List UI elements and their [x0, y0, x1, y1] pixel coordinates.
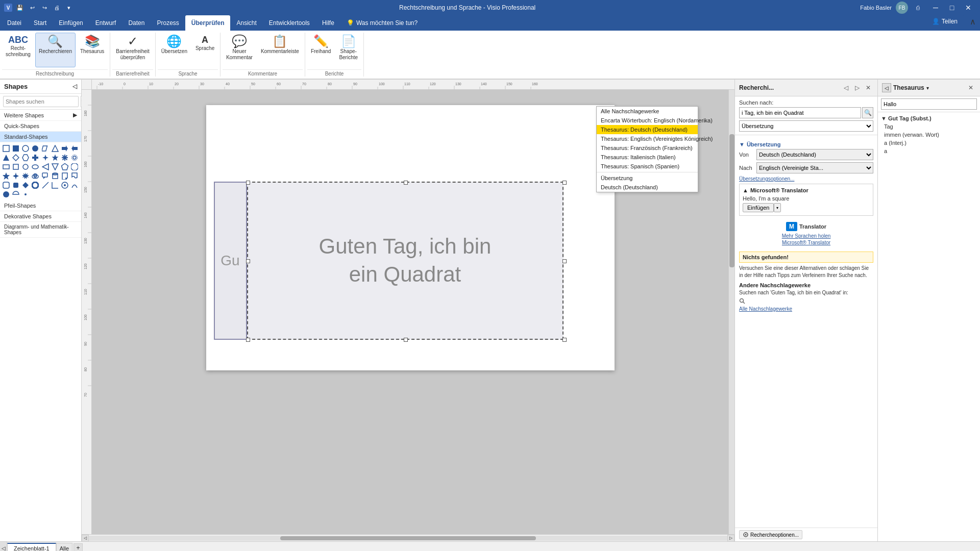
research-translation-header[interactable]: ▼ Übersetzung — [739, 141, 873, 147]
shape-berichte-button[interactable]: 📄 Shape-Berichte — [335, 33, 361, 67]
shape-callout[interactable] — [41, 172, 50, 180]
thesaurus-item-immen[interactable]: immen (verwan. Wort) — [881, 131, 977, 139]
shape-arrow-left[interactable] — [70, 144, 79, 153]
close-button[interactable]: ✕ — [961, 2, 976, 13]
shape-triangle-down[interactable] — [51, 163, 59, 171]
kommentarleiste-button[interactable]: 📋 Kommentarleiste — [257, 33, 303, 67]
barrierefreiheit-button[interactable]: ✓ Barrierefreiheitüberprüfen — [112, 33, 153, 67]
shape-cylinder[interactable] — [51, 172, 59, 180]
shape-small-circle[interactable] — [21, 190, 30, 198]
selection-handle-tc[interactable] — [404, 181, 408, 185]
shape-triangle-left[interactable] — [41, 163, 50, 171]
shape-angle[interactable] — [51, 181, 59, 189]
tab-search[interactable]: 💡 Was möchten Sie tun? — [340, 15, 424, 31]
thesaurus-search-input[interactable] — [881, 98, 977, 110]
shape-asterisk[interactable] — [61, 154, 69, 162]
ms-translator-link[interactable]: Microsoft® Translator — [782, 240, 830, 245]
thesaurus-button[interactable]: 📚 Thesaurus — [77, 33, 108, 67]
uebersetzen-button[interactable]: 🌐 Übersetzen — [158, 33, 191, 67]
dropdown-item-thesaurus-de[interactable]: Thesaurus: Deutsch (Deutschland) — [597, 125, 698, 134]
tab-entwurf[interactable]: Entwurf — [89, 15, 122, 31]
shape-octagon[interactable] — [70, 163, 79, 171]
selection-handle-ml[interactable] — [246, 259, 250, 263]
maximize-button[interactable]: □ — [944, 2, 960, 13]
save-button[interactable]: 💾 — [14, 2, 26, 13]
shapes-category-diagramm[interactable]: Diagramm- und Mathematik-Shapes — [0, 222, 81, 238]
signin-button[interactable]: ⎙ — [912, 4, 924, 12]
shape-semicircle[interactable] — [12, 190, 20, 198]
tab-ueberprufen[interactable]: Überprüfen — [185, 15, 231, 31]
collapse-shapes-button[interactable]: ◁ — [72, 83, 77, 90]
freihand-button[interactable]: ✏️ Freihand — [307, 33, 334, 67]
shapes-category-pfeil[interactable]: Pfeil-Shapes — [0, 201, 81, 211]
shape-diamond-filled[interactable] — [21, 181, 30, 189]
vertical-scrollbar-thumb[interactable] — [729, 134, 734, 267]
shape-cloud[interactable] — [31, 172, 39, 180]
selection-handle-tl[interactable] — [246, 181, 250, 185]
selection-handle-mr[interactable] — [562, 259, 567, 263]
translation-nach-select[interactable]: Englisch (Vereinigte Sta... — [756, 162, 873, 173]
minimize-button[interactable]: ─ — [928, 2, 943, 13]
shape-circle-dot[interactable] — [61, 181, 69, 189]
research-back-button[interactable]: ◁ — [841, 83, 851, 93]
recherchieren-button[interactable]: 🔍 Recherchieren — [35, 33, 76, 67]
dropdown-item-alle[interactable]: Alle Nachschlagewerke — [597, 107, 698, 116]
dropdown-item-thesaurus-it[interactable]: Thesaurus: Italienisch (Italien) — [597, 153, 698, 162]
shape-pentagon[interactable] — [61, 163, 69, 171]
uebersetzungsoptionen-link[interactable]: Übersetzungsoptionen... — [739, 176, 873, 182]
redo-button[interactable]: ↪ — [39, 2, 50, 13]
thesaurus-close-button[interactable]: ✕ — [966, 83, 976, 93]
dropdown-item-thesaurus-en-uk[interactable]: Thesaurus: Englisch (Vereinigtes Königre… — [597, 134, 698, 143]
dropdown-item-encarta[interactable]: Encarta Wörterbuch: Englisch (Nordamerik… — [597, 116, 698, 125]
shape-circle-outline[interactable] — [21, 144, 30, 153]
vertical-scrollbar[interactable] — [728, 90, 734, 534]
tab-daten[interactable]: Daten — [122, 15, 151, 31]
neuer-kommentar-button[interactable]: 💬 NeuerKommentar — [223, 33, 256, 67]
shape-ellipse[interactable] — [31, 163, 39, 171]
shapes-category-quick[interactable]: Quick-Shapes — [0, 121, 81, 132]
research-search-input[interactable] — [739, 107, 861, 118]
tab-datei[interactable]: Datei — [1, 15, 28, 31]
shape-square-filled[interactable] — [12, 144, 20, 153]
print-button[interactable]: 🖨 — [51, 2, 62, 13]
shape-square-small[interactable] — [12, 163, 20, 171]
shape-big-circle[interactable] — [2, 190, 10, 198]
dropdown-item-thesaurus-fr[interactable]: Thesaurus: Französisch (Frankreich) — [597, 143, 698, 153]
shape-square-rounded[interactable] — [2, 181, 10, 189]
sprache-button[interactable]: A Sprache — [192, 33, 218, 67]
selection-handle-bc[interactable] — [404, 338, 408, 342]
shape-line[interactable] — [41, 181, 50, 189]
research-search-button[interactable]: 🔍 — [862, 107, 873, 118]
selection-handle-bl[interactable] — [246, 338, 250, 342]
shapes-search-input[interactable] — [3, 96, 79, 107]
tab-einfuegen[interactable]: Einfügen — [53, 15, 89, 31]
dropdown-item-deutsch[interactable]: Deutsch (Deutschland) — [597, 183, 698, 192]
shape-triangle-filled[interactable] — [2, 154, 10, 162]
qa-dropdown[interactable]: ▾ — [63, 2, 75, 13]
tab-ansicht[interactable]: Ansicht — [230, 15, 262, 31]
thesaurus-item-a[interactable]: a — [881, 147, 977, 155]
selection-handle-tr[interactable] — [562, 181, 567, 185]
rechercheoptionen-button[interactable]: Rechercheoptionen... — [739, 530, 802, 539]
tab-entwicklertools[interactable]: Entwicklertools — [263, 15, 316, 31]
shape-square-outline[interactable] — [2, 144, 10, 153]
page-tab-1[interactable]: Zeichenblatt-1 — [7, 543, 56, 551]
scroll-left-button[interactable]: ◁ — [82, 535, 89, 542]
thesaurus-category-subst[interactable]: ▼ Gut Tag (Subst.) — [881, 114, 977, 122]
shape-starburst[interactable] — [21, 172, 30, 180]
shape-partial-left[interactable]: Gu — [214, 182, 247, 340]
rechtschreibung-button[interactable]: ABC Recht-schreibung — [2, 33, 34, 67]
shape-arc[interactable] — [70, 181, 79, 189]
research-forward-button[interactable]: ▷ — [852, 83, 862, 93]
research-source-select[interactable]: Übersetzung — [739, 120, 873, 132]
shapes-category-standard[interactable]: Standard-Shapes — [0, 132, 81, 142]
shapes-category-weitere[interactable]: Weitere Shapes ▶ — [0, 110, 81, 121]
shape-triangle[interactable] — [51, 144, 59, 153]
dropdown-item-thesaurus-es[interactable]: Thesaurus: Spanisch (Spanien) — [597, 162, 698, 171]
shape-main-quadrat[interactable]: Guten Tag, ich binein Quadrat — [247, 182, 564, 340]
thesaurus-back-button[interactable]: ◁ — [882, 83, 891, 92]
shape-arrow-right[interactable] — [61, 144, 69, 153]
dropdown-item-uebersetzung[interactable]: Übersetzung — [597, 173, 698, 183]
scroll-right-button[interactable]: ▷ — [727, 535, 734, 542]
insert-dropdown-button[interactable]: ▾ — [774, 203, 781, 212]
